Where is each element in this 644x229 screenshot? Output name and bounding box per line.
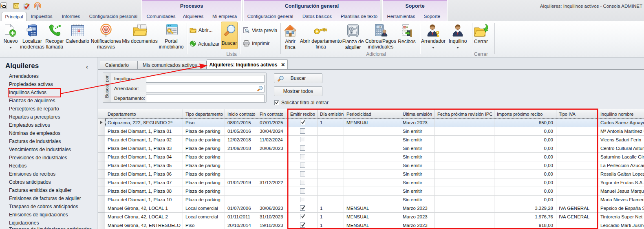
svg-text:T: T [404, 26, 406, 29]
svg-text:0: 0 [379, 26, 381, 29]
